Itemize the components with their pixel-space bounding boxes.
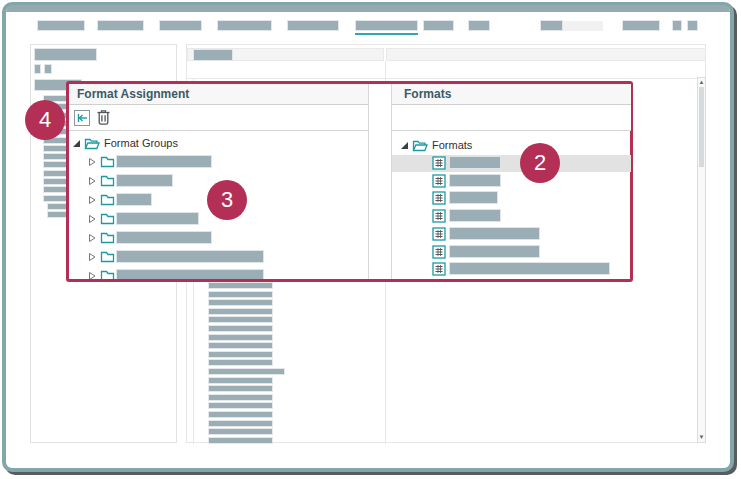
format-group-row[interactable] [69, 231, 368, 248]
nav-tab[interactable] [37, 20, 85, 31]
format-table-icon [432, 191, 446, 205]
format-table-icon [432, 209, 446, 223]
format-row[interactable] [392, 190, 631, 207]
format-table-icon [432, 156, 446, 170]
folder-icon [100, 155, 115, 168]
main-toolbar-block [193, 49, 233, 61]
nav-tab[interactable] [468, 20, 490, 31]
content-list-item[interactable] [208, 299, 273, 306]
tree-root-formats[interactable]: Formats [392, 137, 631, 155]
nav-icon-button[interactable] [687, 20, 698, 31]
format-table-icon [432, 227, 446, 241]
content-list-item[interactable] [208, 282, 273, 289]
content-list-item[interactable] [208, 325, 273, 332]
content-list-item[interactable] [208, 437, 273, 444]
redacted-label-bar [449, 262, 610, 275]
tree-collapsed-icon[interactable] [88, 252, 96, 262]
redacted-label-bar [116, 193, 152, 206]
app-window: ▲ ▼ Format Assignment [0, 0, 741, 479]
content-list-item[interactable] [208, 316, 273, 323]
tree-root-format-groups[interactable]: Format Groups [69, 135, 368, 153]
format-group-row[interactable] [69, 269, 368, 279]
nav-tab[interactable] [159, 20, 202, 31]
redacted-label-bar [116, 212, 199, 225]
format-row[interactable] [392, 261, 631, 278]
sidebar-list-item[interactable] [43, 145, 67, 152]
content-list-item[interactable] [208, 402, 273, 409]
content-list-item[interactable] [208, 359, 273, 366]
format-group-row[interactable] [69, 250, 368, 267]
sidebar-list-item[interactable] [43, 178, 67, 185]
nav-input[interactable] [563, 21, 603, 31]
nav-item[interactable] [622, 20, 660, 31]
annotation-badge-2: 2 [520, 143, 560, 183]
redacted-label-bar [116, 155, 212, 168]
tree-collapsed-icon[interactable] [88, 157, 96, 167]
formats-title: Formats [392, 87, 451, 101]
tree-collapsed-icon[interactable] [88, 214, 96, 224]
tree-collapsed-icon[interactable] [88, 233, 96, 243]
nav-tab[interactable] [355, 20, 418, 31]
format-table-icon [432, 245, 446, 259]
vertical-scrollbar[interactable]: ▲ ▼ [697, 77, 706, 443]
window-title-bar [6, 5, 730, 12]
trash-icon[interactable] [96, 109, 111, 126]
content-list-item[interactable] [208, 308, 273, 315]
return-left-icon[interactable] [74, 110, 90, 126]
content-list-item[interactable] [208, 377, 273, 384]
tree-collapsed-icon[interactable] [88, 176, 96, 186]
annotation-badge-4: 4 [25, 100, 65, 140]
tree-collapsed-icon[interactable] [88, 271, 96, 279]
format-row[interactable] [392, 244, 631, 261]
content-list-item[interactable] [208, 334, 273, 341]
content-list-item[interactable] [208, 368, 285, 375]
pane-title: Formats [392, 84, 631, 105]
scrollbar-thumb[interactable] [699, 87, 704, 167]
content-list-item[interactable] [208, 394, 273, 401]
sidebar-toolbar-button[interactable] [34, 64, 41, 74]
content-list-item[interactable] [208, 385, 273, 392]
format-table-icon [432, 174, 446, 188]
nav-icon-button[interactable] [672, 20, 682, 31]
format-row[interactable] [392, 155, 631, 172]
content-list-item[interactable] [208, 291, 273, 298]
redacted-label-bar [449, 245, 540, 258]
redacted-label-bar [449, 227, 540, 240]
content-list-item[interactable] [208, 351, 273, 358]
format-table-icon [432, 262, 446, 276]
annotation-badge-3: 3 [207, 180, 247, 220]
content-list-item[interactable] [208, 420, 273, 427]
format-group-row[interactable] [69, 155, 368, 172]
scroll-up-icon[interactable]: ▲ [698, 79, 705, 86]
redacted-label-bar [116, 250, 264, 263]
nav-tab[interactable] [97, 20, 144, 31]
nav-tab[interactable] [217, 20, 272, 31]
sidebar-list-item[interactable] [47, 211, 67, 218]
folder-icon [100, 193, 115, 206]
tree-expanded-icon[interactable] [72, 139, 81, 148]
nav-field-label [540, 20, 563, 31]
sidebar-header-block [34, 48, 97, 61]
sidebar-list-item[interactable] [47, 203, 67, 210]
nav-tab[interactable] [423, 20, 454, 31]
format-row[interactable] [392, 173, 631, 190]
sidebar-toolbar-button[interactable] [44, 64, 52, 74]
content-list-item[interactable] [208, 428, 273, 435]
folder-icon [100, 174, 115, 187]
open-folder-icon [84, 137, 100, 150]
format-row[interactable] [392, 208, 631, 225]
format-row[interactable] [392, 226, 631, 243]
redacted-label-bar [449, 191, 498, 204]
redacted-label-bar [116, 174, 173, 187]
sidebar-list-item[interactable] [43, 186, 67, 193]
tree-collapsed-icon[interactable] [88, 195, 96, 205]
nav-tab[interactable] [287, 20, 339, 31]
scroll-down-icon[interactable]: ▼ [698, 434, 705, 441]
formats-toolbar-empty [392, 105, 631, 131]
format-assignment-dialog: Format Assignment [66, 81, 633, 282]
redacted-label-bar [449, 156, 501, 169]
content-list-item[interactable] [208, 342, 273, 349]
content-list-item[interactable] [208, 411, 273, 418]
formats-pane: Formats Formats [391, 84, 631, 279]
tree-expanded-icon[interactable] [400, 141, 409, 150]
